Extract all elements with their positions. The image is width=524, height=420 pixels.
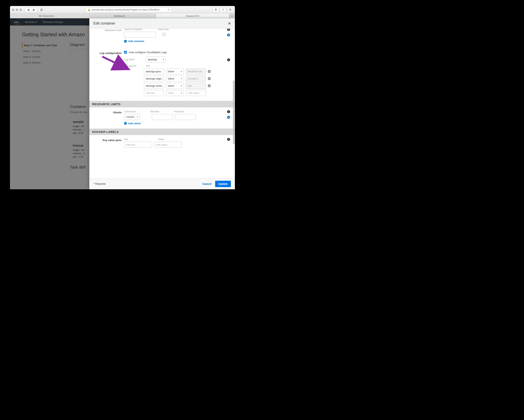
log-driver-dropdown[interactable]: awslogs — [146, 57, 166, 63]
scrollbar-thumb[interactable] — [233, 80, 235, 144]
modal-footer: * Required Cancel Update — [89, 178, 235, 189]
share-icon[interactable]: ⇪ — [220, 7, 226, 12]
modal-scroll-area[interactable]: Volumes from Source container Read only … — [89, 29, 235, 178]
close-icon[interactable]: ✕ — [228, 21, 231, 26]
scrollbar[interactable] — [233, 29, 235, 178]
plus-icon: + — [124, 40, 127, 43]
remove-log-row-icon[interactable]: ✕ — [208, 84, 211, 87]
dl-key-input[interactable] — [124, 142, 152, 148]
plus-icon: + — [124, 122, 127, 125]
new-tab-button[interactable]: + — [229, 14, 235, 18]
add-ulimit-link[interactable]: + Add ulimit — [124, 122, 141, 125]
url-text: console.aws.amazon.com/ecs/home?region=u… — [91, 8, 159, 11]
log-key-0[interactable] — [144, 69, 164, 75]
resource-limits-heading: RESOURCE LIMITS — [89, 101, 235, 107]
vol-col-source: Source container — [124, 29, 158, 31]
ulimit-soft-input[interactable] — [152, 114, 173, 120]
lock-icon: 🔒 — [87, 8, 90, 11]
info-icon[interactable]: i — [227, 138, 230, 141]
log-add-key-input[interactable] — [144, 90, 164, 96]
docker-labels-heading: DOCKER LABELS — [89, 129, 235, 135]
tab-workbench[interactable]: Workbench — [83, 14, 156, 18]
info-icon[interactable]: i — [227, 58, 230, 61]
log-value-dropdown-0[interactable]: Value — [166, 69, 184, 75]
ulimit-col-name: Limit name — [124, 110, 150, 113]
info-icon[interactable]: i — [227, 110, 230, 113]
remove-ulimit-icon[interactable]: ✕ — [227, 116, 230, 119]
source-container-input[interactable] — [124, 32, 156, 38]
titlebar: ◀ ▶ ▥ 🔒 console.aws.amazon.com/ecs/home?… — [10, 6, 235, 14]
close-window-dot[interactable] — [12, 9, 14, 11]
dl-col-key: Key — [124, 138, 158, 141]
ulimit-name-dropdown[interactable]: <none> — [124, 114, 140, 120]
sidebar-toggle-icon[interactable]: ▥ — [39, 7, 44, 12]
remove-log-row-icon[interactable]: ✕ — [208, 70, 211, 73]
edit-container-modal: Edit container ✕ Volumes from Source con… — [89, 18, 235, 189]
log-key-1[interactable] — [144, 76, 164, 82]
log-config-label: Log configuration — [94, 51, 124, 97]
log-options-label: Log options — [124, 65, 144, 67]
cancel-button[interactable]: Cancel — [202, 182, 211, 186]
modal-header: Edit container ✕ — [89, 18, 235, 29]
remove-log-row-icon[interactable]: ✕ — [208, 77, 211, 80]
kv-pairs-label: Key value pairs — [94, 138, 124, 149]
back-forward-group: ◀ ▶ — [25, 7, 37, 12]
modal-title: Edit container — [93, 21, 115, 26]
ulimits-label: Ulimits — [94, 110, 124, 125]
log-value-dropdown-2[interactable]: Value — [166, 83, 184, 89]
log-key-header: Key — [146, 65, 166, 67]
download-icon[interactable]: ⬇ — [213, 7, 218, 12]
required-text: * Required — [93, 182, 105, 185]
tabs-icon[interactable]: ⧉ — [227, 7, 233, 12]
tab-my-classrooms[interactable]: My Classrooms — [10, 14, 83, 18]
auto-config-logs-label: Auto-configure CloudWatch Logs — [129, 51, 167, 54]
back-button[interactable]: ◀ — [25, 7, 31, 12]
add-volumes-link[interactable]: + Add volumes — [124, 40, 144, 43]
log-key-2[interactable] — [144, 83, 164, 89]
ulimit-col-soft: Soft limit — [150, 110, 174, 113]
volumes-from-label: Volumes from — [94, 29, 124, 43]
info-icon[interactable]: i — [227, 29, 230, 31]
log-add-value-input[interactable] — [186, 90, 206, 96]
tab-bar: My Classrooms Workbench Amazon ECS + — [10, 14, 235, 18]
zoom-window-dot[interactable] — [19, 9, 22, 11]
browser-window: ◀ ▶ ▥ 🔒 console.aws.amazon.com/ecs/home?… — [10, 6, 235, 189]
log-val-2[interactable] — [186, 83, 206, 89]
log-add-value-dropdown[interactable]: Value — [166, 90, 184, 96]
ulimit-col-hard: Hard limit — [174, 110, 198, 113]
tab-amazon-ecs[interactable]: Amazon ECS — [156, 14, 229, 18]
minimize-window-dot[interactable] — [16, 9, 18, 11]
reload-icon[interactable]: ⟳ — [168, 8, 170, 11]
log-driver-label: Log driver — [124, 58, 144, 61]
forward-button[interactable]: ▶ — [31, 7, 37, 12]
log-val-0[interactable] — [186, 69, 206, 75]
dl-col-value: Value — [158, 138, 188, 141]
ulimit-hard-input[interactable] — [175, 114, 196, 120]
remove-volume-icon[interactable]: ✕ — [227, 34, 230, 36]
readonly-checkbox[interactable] — [163, 33, 165, 36]
update-button[interactable]: Update — [215, 181, 231, 187]
dl-value-input[interactable] — [154, 142, 182, 148]
vol-col-readonly: Read only — [158, 29, 176, 31]
window-traffic-lights[interactable] — [12, 9, 22, 11]
log-val-1[interactable] — [186, 76, 206, 82]
address-bar[interactable]: 🔒 console.aws.amazon.com/ecs/home?region… — [86, 7, 172, 12]
log-value-dropdown-1[interactable]: Value — [166, 76, 184, 82]
console-body: aws Services ▾ Resource Groups Getting S… — [10, 18, 235, 189]
auto-config-logs-checkbox[interactable] — [124, 51, 127, 54]
